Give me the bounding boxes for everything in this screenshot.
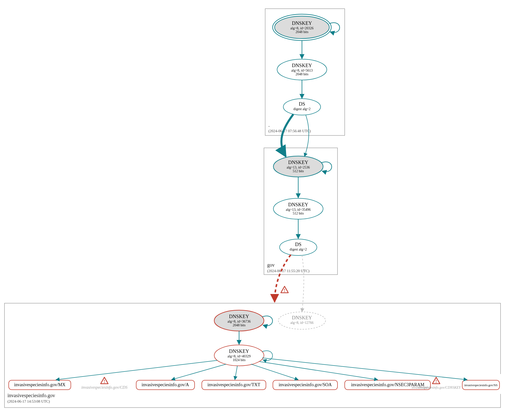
svg-text:512 bits: 512 bits [293, 211, 304, 215]
svg-text:2048 bits: 2048 bits [295, 30, 308, 34]
record-ns-real: invasivespeciesinfo.gov/NS [462, 380, 500, 390]
node-root-ksk: DNSKEY alg=8, id=20326 2048 bits [273, 14, 331, 41]
node-gov-ds: DS digest alg=2 [280, 239, 317, 255]
node-dom-ksk: DNSKEY alg=8, id=36736 2048 bits [214, 310, 264, 331]
svg-text:invasivespeciesinfo.gov/NS: invasivespeciesinfo.gov/NS [464, 383, 498, 387]
svg-text:DNSKEY: DNSKEY [288, 160, 308, 165]
node-dom-ghost: DNSKEY alg=8, id=12766 [278, 312, 326, 329]
record-cds-missing: ! invasivespeciesinfo.gov/CDS [81, 377, 127, 390]
edge-gov-ds-dom-ghost-gray [302, 255, 304, 312]
svg-text:!: ! [104, 379, 105, 384]
svg-text:invasivespeciesinfo.gov/A: invasivespeciesinfo.gov/A [142, 382, 189, 387]
svg-text:DNSKEY: DNSKEY [292, 20, 312, 26]
zone-root-label-dot: . [268, 122, 270, 128]
svg-text:1024 bits: 1024 bits [233, 358, 246, 362]
edge-root-ds-gov-ksk-thin [304, 115, 309, 157]
svg-text:DNSKEY: DNSKEY [288, 202, 308, 207]
node-dom-zsk: DNSKEY alg=8, id=40329 1024 bits [214, 345, 264, 366]
svg-text:512 bits: 512 bits [293, 169, 304, 173]
warning-icon-delegation: ! [281, 286, 288, 293]
svg-text:invasivespeciesinfo.gov/SOA: invasivespeciesinfo.gov/SOA [279, 382, 332, 387]
edge-zsk-ns [262, 358, 467, 380]
zone-domain-label: invasivespeciesinfo.gov [7, 393, 55, 398]
svg-text:DNSKEY: DNSKEY [229, 348, 249, 354]
zone-gov-label: gov [267, 262, 275, 268]
svg-text:!: ! [435, 379, 437, 384]
svg-text:!: ! [284, 288, 285, 293]
svg-text:invasivespeciesinfo.gov/TXT: invasivespeciesinfo.gov/TXT [208, 382, 260, 387]
svg-text:alg=8, id=40329: alg=8, id=40329 [228, 354, 251, 358]
record-txt: invasivespeciesinfo.gov/TXT [202, 380, 266, 390]
svg-text:2048 bits: 2048 bits [233, 323, 246, 327]
svg-text:digest alg=2: digest alg=2 [290, 248, 307, 251]
record-soa: invasivespeciesinfo.gov/SOA [273, 380, 337, 390]
edge-gov-ds-dom-ksk-red [275, 255, 291, 302]
svg-text:2048 bits: 2048 bits [295, 72, 308, 76]
edge-root-ksk-self [329, 23, 340, 32]
svg-text:alg=8, id=5613: alg=8, id=5613 [291, 69, 313, 72]
edge-zsk-nsec3 [260, 362, 378, 380]
svg-text:DNSKEY: DNSKEY [229, 314, 249, 319]
svg-text:invasivespeciesinfo.gov/CDS: invasivespeciesinfo.gov/CDS [81, 385, 127, 390]
node-root-ds: DS digest alg=2 [283, 99, 321, 115]
svg-text:alg=8, id=12766: alg=8, id=12766 [291, 321, 314, 325]
svg-text:alg=13, id=2536: alg=13, id=2536 [287, 166, 310, 169]
zone-gov-timestamp: (2024-06-17 11:55:20 UTC) [267, 269, 309, 273]
svg-text:DNSKEY: DNSKEY [292, 315, 312, 320]
record-mx: invasivespeciesinfo.gov/MX [9, 380, 71, 390]
svg-text:DS: DS [295, 242, 301, 247]
edge-zsk-a [171, 364, 226, 380]
svg-text:alg=13, id=35496: alg=13, id=35496 [286, 208, 311, 211]
svg-text:alg=8, id=20326: alg=8, id=20326 [291, 26, 314, 30]
node-root-zsk: DNSKEY alg=8, id=5613 2048 bits [277, 59, 327, 80]
edge-zsk-mx [56, 360, 217, 380]
svg-text:DS: DS [299, 101, 305, 107]
svg-text:digest alg=2: digest alg=2 [294, 107, 311, 111]
node-gov-ksk: DNSKEY alg=13, id=2536 512 bits [273, 156, 323, 177]
warning-icon-cds: ! [101, 377, 108, 384]
edge-zsk-txt [235, 366, 237, 380]
svg-text:invasivespeciesinfo.gov/MX: invasivespeciesinfo.gov/MX [14, 382, 65, 387]
svg-text:DNSKEY: DNSKEY [292, 63, 312, 68]
svg-text:invasivespeciesinfo.gov/CDNSKE: invasivespeciesinfo.gov/CDNSKEY [412, 386, 461, 389]
svg-text:alg=8, id=36736: alg=8, id=36736 [228, 320, 251, 323]
dnssec-graph: . (2024-06-17 07:56:48 UTC) DNSKEY alg=8… [0, 0, 505, 420]
zone-root-timestamp: (2024-06-17 07:56:48 UTC) [268, 129, 311, 133]
record-a: invasivespeciesinfo.gov/A [136, 380, 195, 390]
zone-domain-timestamp: (2024-06-17 14:53:08 UTC) [7, 399, 50, 404]
svg-point-28 [278, 312, 326, 329]
node-gov-zsk: DNSKEY alg=13, id=35496 512 bits [273, 198, 323, 219]
